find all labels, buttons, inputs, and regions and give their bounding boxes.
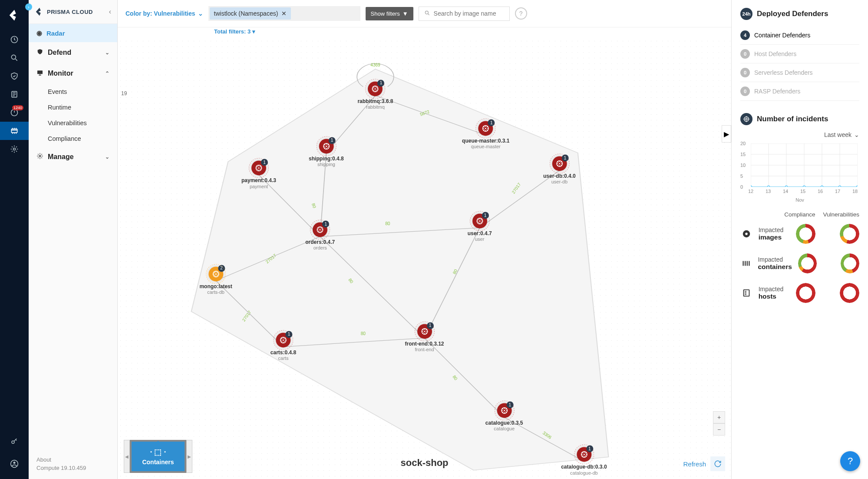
floating-help-button[interactable]: ?: [840, 451, 860, 471]
node-rabbitmq[interactable]: 1rabbitmq:3.6.8rabbitmq: [357, 81, 393, 110]
nav-runtime[interactable]: Runtime: [29, 100, 117, 115]
compliance-col-header: Compliance: [784, 211, 815, 218]
defender-row[interactable]: 0RASP Defenders: [740, 82, 859, 101]
node-catalogue[interactable]: 1catalogue:0.3.5catalogue: [485, 403, 523, 431]
edge-label: 80: [361, 331, 366, 336]
y-tick: 15: [740, 152, 746, 157]
node-badge: 1: [322, 221, 329, 228]
cluster-polygon: [118, 38, 731, 479]
node-icon: 1: [319, 139, 333, 153]
svg-point-26: [373, 86, 379, 92]
svg-point-106: [422, 328, 428, 334]
node-shipping[interactable]: 1shipping:0.4.8shipping: [309, 139, 344, 167]
node-label: catalogue-db:0.3.0: [561, 465, 607, 470]
radar-canvas[interactable]: 19: [118, 38, 731, 479]
about-link[interactable]: About: [36, 456, 109, 463]
impact-row-hosts[interactable]: Impactedhosts: [740, 283, 859, 303]
rail-dashboard-icon[interactable]: [0, 30, 29, 49]
svg-rect-4: [11, 129, 17, 133]
y-tick: 5: [740, 173, 743, 179]
svg-line-45: [487, 126, 488, 127]
total-filters[interactable]: Total filters: 3 ▾: [118, 27, 731, 38]
svg-line-122: [281, 338, 282, 339]
node-sublabel: catalogue-db: [561, 470, 607, 476]
rail-document-icon[interactable]: [0, 85, 29, 103]
defender-row[interactable]: 0Host Defenders: [740, 45, 859, 63]
zoom-controls: + −: [713, 411, 725, 436]
impact-row-images[interactable]: Impactedimages: [740, 224, 859, 244]
rail-compute-icon[interactable]: [0, 122, 29, 140]
node-queue-master[interactable]: 1queue-master:0.3.1queue-master: [462, 121, 509, 149]
node-mongo[interactable]: 2mongo:latestcarts-db: [199, 266, 232, 295]
node-front-end[interactable]: 1front-end:0.3.12front-end: [405, 324, 444, 352]
impact-row-containers[interactable]: Impactedcontainers: [740, 253, 859, 273]
search-input[interactable]: [434, 10, 504, 17]
zoom-in-button[interactable]: +: [713, 411, 725, 423]
node-label: rabbitmq:3.6.8: [357, 99, 393, 104]
node-payment[interactable]: 1payment:0.4.3payment: [241, 161, 276, 189]
svg-point-137: [583, 454, 584, 455]
containers-view-card[interactable]: · ⬚ · Containers: [130, 440, 186, 473]
color-by-dropdown[interactable]: Color by: Vulnerabilities ⌄: [125, 10, 203, 17]
nav-manage[interactable]: Manage ⌄: [29, 146, 117, 167]
rail-alert-icon[interactable]: 1240: [0, 103, 29, 122]
clock-badge-icon: 24h: [740, 8, 752, 20]
svg-line-115: [426, 329, 426, 330]
node-sublabel: shipping: [309, 162, 344, 167]
rail-settings-icon[interactable]: [0, 140, 29, 158]
filter-icon: ▼: [403, 10, 408, 17]
nav-monitor[interactable]: Monitor ⌃: [29, 63, 117, 84]
node-label: shipping:0.4.8: [309, 156, 344, 162]
filter-box[interactable]: twistlock (Namespaces) ✕: [208, 6, 360, 21]
main-content: Color by: Vulnerabilities ⌄ twistlock (N…: [118, 0, 731, 479]
impact-label: Impactedcontainers: [758, 256, 792, 271]
collapse-sidebar-icon[interactable]: ‹: [109, 8, 111, 16]
chevron-down-icon: ⌄: [854, 131, 859, 138]
nav-vulnerabilities[interactable]: Vulnerabilities: [29, 115, 117, 131]
node-user-db[interactable]: 1user-db:0.4.0user-db: [543, 156, 576, 185]
refresh-button[interactable]: Refresh: [683, 456, 725, 471]
node-carts[interactable]: 1carts:0.4.8carts: [271, 333, 296, 361]
svg-line-73: [561, 165, 561, 166]
view-next-button[interactable]: ▶: [186, 440, 192, 473]
svg-line-64: [257, 169, 257, 170]
rail-shield-icon[interactable]: [0, 67, 29, 85]
filter-chip-namespace[interactable]: twistlock (Namespaces) ✕: [210, 7, 291, 20]
nav-defend[interactable]: Defend ⌄: [29, 42, 117, 63]
svg-line-112: [422, 329, 423, 330]
sidebar: PRISMA CLOUD ‹ ◉ Radar Defend ⌄ Monitor: [29, 0, 118, 479]
node-sublabel: payment: [241, 184, 276, 189]
svg-line-65: [260, 166, 261, 167]
svg-point-166: [856, 186, 858, 187]
expand-rail-icon[interactable]: ›: [25, 3, 32, 10]
defender-row[interactable]: 0Serverless Defenders: [740, 63, 859, 82]
help-icon[interactable]: ?: [515, 7, 527, 20]
node-orders[interactable]: 1orders:0.4.7orders: [305, 223, 335, 251]
defender-label: Container Defenders: [754, 32, 810, 39]
svg-point-10: [39, 155, 41, 157]
x-tick: 17: [835, 189, 840, 194]
period-dropdown[interactable]: Last week ⌄: [740, 131, 859, 138]
nav-compliance[interactable]: Compliance: [29, 131, 117, 146]
rail-key-icon[interactable]: [0, 432, 29, 450]
nav-radar[interactable]: ◉ Radar: [29, 24, 117, 42]
nav-events[interactable]: Events: [29, 84, 117, 100]
close-icon[interactable]: ✕: [281, 10, 287, 17]
node-catalogue-db[interactable]: 1catalogue-db:0.3.0catalogue-db: [561, 447, 607, 476]
search-input-wrapper[interactable]: [419, 7, 510, 21]
show-filters-button[interactable]: Show filters ▼: [366, 7, 413, 20]
defender-count: 0: [740, 68, 750, 77]
defender-label: Serverless Defenders: [754, 69, 813, 76]
play-panel-toggle[interactable]: ▶: [722, 125, 731, 143]
svg-line-85: [481, 219, 482, 220]
zoom-out-button[interactable]: −: [713, 423, 725, 436]
node-icon: 1: [472, 213, 487, 228]
defender-label: RASP Defenders: [754, 88, 800, 95]
rail-user-icon[interactable]: [0, 455, 29, 473]
view-prev-button[interactable]: ◀: [124, 440, 130, 473]
svg-line-135: [505, 409, 506, 409]
node-user[interactable]: 1user:0.4.7user: [468, 213, 492, 242]
rail-search-icon[interactable]: [0, 49, 29, 67]
node-label: queue-master:0.3.1: [462, 138, 509, 144]
defender-row[interactable]: 4Container Defenders: [740, 26, 859, 45]
